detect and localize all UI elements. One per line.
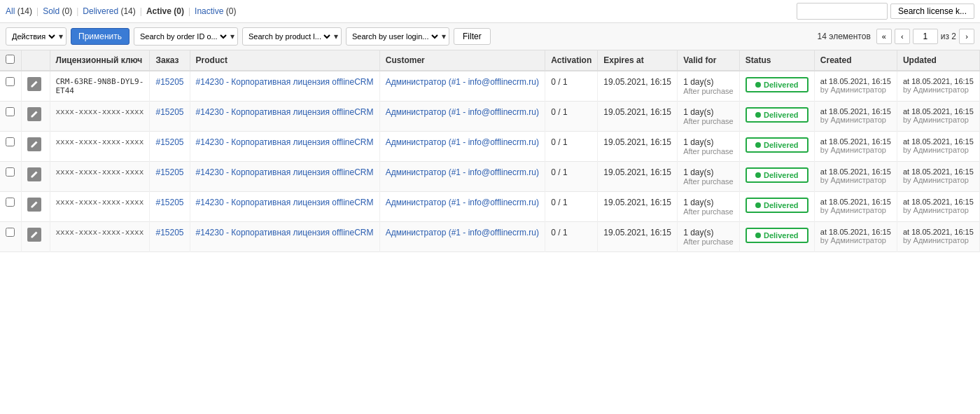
order-cell: #15205	[150, 132, 190, 162]
customer-link[interactable]: Администратор (#1 - info@offlinecrm.ru)	[386, 167, 539, 177]
product-link[interactable]: #14230 - Корпоративная лицензия offlineC…	[196, 167, 374, 177]
valid-value: 1 day(s)	[683, 107, 734, 117]
order-link[interactable]: #15205	[155, 198, 183, 207]
first-page-button[interactable]: «	[876, 29, 892, 44]
status-button[interactable]: Delivered	[746, 137, 808, 153]
product-link[interactable]: #14230 - Корпоративная лицензия offlineC…	[196, 228, 374, 237]
search-user-select[interactable]: Search by user login...	[349, 32, 440, 41]
valid-cell: 1 day(s)After purchase	[678, 222, 740, 252]
status-button[interactable]: Delivered	[746, 77, 808, 92]
order-link[interactable]: #15205	[155, 228, 183, 237]
top-filter-bar: All (14) | Sold (0) | Delivered (14) | A…	[0, 0, 980, 23]
next-page-button[interactable]: ›	[959, 29, 974, 44]
status-indicator	[755, 233, 761, 238]
search-license-area: Search license k...	[797, 3, 974, 20]
select-all-checkbox[interactable]	[6, 55, 15, 64]
status-label: Delivered	[764, 81, 799, 89]
table-row: xxxx-xxxx-xxxx-xxxx#15205#14230 - Корпор…	[0, 162, 980, 192]
search-product-select[interactable]: Search by product l...	[246, 32, 332, 41]
order-link[interactable]: #15205	[155, 167, 183, 177]
created-cell: at 18.05.2021, 16:15by Администратор	[814, 192, 897, 222]
product-cell: #14230 - Корпоративная лицензия offlineC…	[190, 132, 379, 162]
updated-cell: at 18.05.2021, 16:15by Администратор	[897, 222, 979, 252]
product-link[interactable]: #14230 - Корпоративная лицензия offlineC…	[196, 107, 374, 117]
page-number-input[interactable]	[913, 29, 938, 44]
status-label: Delivered	[764, 231, 799, 240]
status-button[interactable]: Delivered	[746, 107, 808, 123]
tab-all[interactable]: All (14)	[6, 6, 32, 16]
edit-icon[interactable]	[27, 167, 41, 181]
search-order-select[interactable]: Search by order ID o...	[137, 32, 229, 41]
updated-cell: at 18.05.2021, 16:15by Администратор	[897, 71, 979, 102]
valid-header: Valid for	[678, 50, 740, 71]
product-link[interactable]: #14230 - Корпоративная лицензия offlineC…	[196, 198, 374, 207]
row-checkbox[interactable]	[6, 228, 15, 237]
expires-cell: 19.05.2021, 16:15	[598, 71, 678, 102]
filter-button[interactable]: Filter	[454, 28, 491, 45]
created-cell: at 18.05.2021, 16:15by Администратор	[814, 71, 897, 102]
edit-icon[interactable]	[27, 77, 41, 91]
search-license-button[interactable]: Search license k...	[890, 4, 974, 19]
select-all-header[interactable]	[0, 50, 21, 71]
status-button[interactable]: Delivered	[746, 228, 808, 243]
product-link[interactable]: #14230 - Корпоративная лицензия offlineC…	[196, 77, 374, 87]
valid-sub: After purchase	[683, 117, 734, 125]
customer-link[interactable]: Администратор (#1 - info@offlinecrm.ru)	[386, 77, 539, 87]
status-indicator	[755, 202, 761, 208]
product-cell: #14230 - Корпоративная лицензия offlineC…	[190, 71, 379, 102]
license-key-cell: xxxx-xxxx-xxxx-xxxx	[50, 222, 150, 252]
edit-icon[interactable]	[27, 228, 41, 242]
apply-button[interactable]: Применить	[71, 28, 130, 45]
search-order-dropdown[interactable]: Search by order ID o... ▾	[134, 27, 238, 46]
updated-by: by Администратор	[903, 206, 974, 214]
expires-header: Expires at	[598, 50, 678, 71]
customer-link[interactable]: Администратор (#1 - info@offlinecrm.ru)	[386, 107, 539, 117]
row-checkbox[interactable]	[6, 77, 15, 86]
license-key-cell: xxxx-xxxx-xxxx-xxxx	[50, 102, 150, 132]
valid-value: 1 day(s)	[683, 137, 734, 147]
order-link[interactable]: #15205	[155, 137, 183, 147]
created-cell: at 18.05.2021, 16:15by Администратор	[814, 102, 897, 132]
updated-cell: at 18.05.2021, 16:15by Администратор	[897, 192, 979, 222]
license-key-value: xxxx-xxxx-xxxx-xxxx	[56, 198, 144, 207]
actions-dropdown[interactable]: Действия ▾	[6, 27, 66, 46]
activation-cell: 0 / 1	[545, 192, 598, 222]
customer-link[interactable]: Администратор (#1 - info@offlinecrm.ru)	[386, 198, 539, 207]
order-header: Заказ	[150, 50, 190, 71]
prev-page-button[interactable]: ‹	[895, 29, 910, 44]
search-license-input[interactable]	[797, 3, 888, 20]
order-cell: #15205	[150, 102, 190, 132]
edit-cell	[21, 71, 50, 102]
row-checkbox[interactable]	[6, 137, 15, 146]
tab-inactive[interactable]: Inactive (0)	[195, 6, 236, 16]
product-cell: #14230 - Корпоративная лицензия offlineC…	[190, 192, 379, 222]
row-checkbox[interactable]	[6, 167, 15, 177]
tab-delivered[interactable]: Delivered (14)	[83, 6, 135, 16]
tab-sold[interactable]: Sold (0)	[43, 6, 72, 16]
search-user-dropdown[interactable]: Search by user login... ▾	[346, 27, 449, 46]
created-by: by Администратор	[820, 206, 891, 214]
created-by: by Администратор	[820, 85, 891, 94]
order-link[interactable]: #15205	[155, 107, 183, 117]
actions-select[interactable]: Действия	[9, 32, 57, 41]
valid-sub: After purchase	[683, 237, 734, 246]
product-link[interactable]: #14230 - Корпоративная лицензия offlineC…	[196, 137, 374, 147]
edit-icon[interactable]	[27, 107, 41, 121]
search-product-dropdown[interactable]: Search by product l... ▾	[242, 27, 342, 46]
valid-sub: After purchase	[683, 147, 734, 156]
order-cell: #15205	[150, 71, 190, 102]
edit-icon[interactable]	[27, 198, 41, 212]
table-header-row: Лицензионный ключ Заказ Product Customer…	[0, 50, 980, 71]
row-checkbox[interactable]	[6, 198, 15, 207]
edit-icon[interactable]	[27, 137, 41, 151]
order-link[interactable]: #15205	[155, 77, 183, 87]
created-by: by Администратор	[820, 116, 891, 124]
row-checkbox[interactable]	[6, 107, 15, 116]
customer-link[interactable]: Администратор (#1 - info@offlinecrm.ru)	[386, 228, 539, 237]
status-button[interactable]: Delivered	[746, 167, 808, 183]
status-button[interactable]: Delivered	[746, 198, 808, 213]
status-cell: Delivered	[739, 102, 814, 132]
status-cell: Delivered	[739, 71, 814, 102]
tab-active[interactable]: Active (0)	[146, 6, 184, 16]
customer-link[interactable]: Администратор (#1 - info@offlinecrm.ru)	[386, 137, 539, 147]
